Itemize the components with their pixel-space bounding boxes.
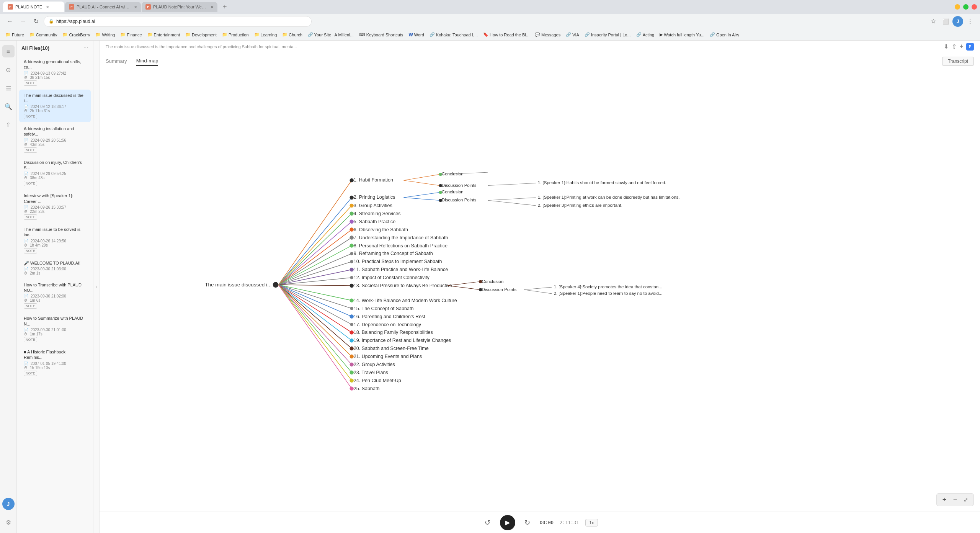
bookmark-messages[interactable]: 💬Messages [532, 31, 563, 38]
sidebar-icon-notes[interactable]: ☰ [2, 82, 15, 94]
bookmark-community[interactable]: 📁Community [27, 31, 60, 38]
extensions-button[interactable]: ⬜ [940, 16, 951, 27]
tab-favicon-2: P [69, 4, 74, 10]
bookmark-production[interactable]: 📁Production [220, 31, 251, 38]
file-item-4[interactable]: Discussion on injury, Children's S... 📄2… [19, 157, 91, 190]
tab-title-1: PLAUD NOTE [15, 5, 42, 9]
file-item-9[interactable]: How to Summarize with PLAUD N... 📄2023-0… [19, 312, 91, 345]
address-text: https://app.plaud.ai [56, 19, 95, 24]
tab-plaud-note[interactable]: P PLAUD NOTE ✕ [3, 2, 64, 12]
svg-point-4 [350, 178, 353, 182]
bookmark-crackberry[interactable]: 📁CrackBerry [60, 31, 92, 38]
bookmark-star-button[interactable]: ☆ [928, 16, 939, 27]
svg-point-105 [350, 386, 353, 390]
rewind-button[interactable]: ↺ [482, 517, 494, 529]
bookmark-kohaku[interactable]: 🔗Kohaku: Touchpad L... [427, 31, 480, 38]
file-item-2[interactable]: The main issue discussed is the i... 📄20… [19, 90, 91, 123]
share-icon[interactable]: ⇧ [952, 43, 957, 51]
zoom-in-button[interactable]: + [940, 495, 949, 504]
expand-button[interactable]: ⤢ [961, 495, 970, 504]
bookmark-airy[interactable]: 🔗Open in Airy [707, 31, 742, 38]
svg-text:13. Societal Pressure to Alway: 13. Societal Pressure to Always Be Produ… [354, 283, 452, 288]
bookmark-your-site[interactable]: 🔗Your Site · A Milleni... [305, 31, 356, 38]
svg-text:25. Sabbath: 25. Sabbath [354, 386, 380, 391]
file-item-7[interactable]: 🎤 WELCOME TO PLAUD.AI! 📄2023-09-30 21:03… [19, 257, 91, 278]
menu-button[interactable]: ⋮ [965, 16, 975, 27]
sidebar-icon-share[interactable]: ⇧ [2, 119, 15, 131]
forward-button[interactable]: ↻ [521, 517, 534, 529]
sidebar-icon-search[interactable]: 🔍 [2, 100, 15, 113]
download-button[interactable]: ⬇ [944, 43, 949, 51]
collapse-sidebar-button[interactable]: ‹ [93, 41, 100, 533]
bookmark-insperity[interactable]: 🔗Insperity Portal | Lo... [582, 31, 633, 38]
transcript-button[interactable]: Transcript [942, 57, 974, 66]
svg-line-30 [278, 214, 351, 285]
bookmark-via[interactable]: 🔗VIA [564, 31, 581, 38]
back-button[interactable]: ← [5, 16, 15, 27]
svg-text:11. Sabbath Practice and Work-: 11. Sabbath Practice and Work-Life Balan… [354, 267, 448, 272]
svg-point-90 [350, 347, 353, 350]
svg-point-65 [479, 288, 482, 291]
bookmark-church[interactable]: 📁Church [280, 31, 304, 38]
svg-line-63 [448, 286, 480, 289]
svg-line-66 [524, 287, 552, 289]
file-item-3[interactable]: Addressing installation and safety... 📄2… [19, 123, 91, 156]
bookmark-acting[interactable]: 🔗Acting [634, 31, 657, 38]
svg-line-5 [404, 174, 440, 180]
svg-point-16 [350, 196, 353, 199]
svg-text:1. [Speaker 1]:Habits should b: 1. [Speaker 1]:Habits should be formed s… [538, 180, 666, 185]
sidebar-more-icon[interactable]: ··· [83, 44, 88, 51]
tab-close-1[interactable]: ✕ [46, 5, 49, 9]
file-title-3: Addressing installation and safety... [24, 126, 86, 137]
user-avatar[interactable]: J [2, 498, 15, 510]
bookmark-word[interactable]: WWord [406, 31, 426, 38]
tab-plaud-ai[interactable]: P PLAUD.AI - Connect AI with Real... ✕ [65, 2, 141, 12]
bookmark-learning[interactable]: 📁Learning [252, 31, 279, 38]
tab-summary[interactable]: Summary [106, 57, 127, 65]
file-item-6[interactable]: The main issue to be solved is inc... 📄2… [19, 224, 91, 257]
file-title-7: 🎤 WELCOME TO PLAUD.AI! [24, 260, 86, 266]
bookmark-entertainment[interactable]: 📁Entertainment [145, 31, 182, 38]
profile-button[interactable]: J [952, 16, 963, 27]
zoom-out-button[interactable]: − [951, 495, 960, 504]
file-item-8[interactable]: How to Transcribe with PLAUD NO... 📄2023… [19, 279, 91, 312]
address-bar[interactable]: 🔒 https://app.plaud.ai [44, 16, 312, 27]
new-tab-button[interactable]: + [220, 2, 230, 12]
svg-line-88 [278, 285, 351, 348]
bookmark-watch[interactable]: ▶Watch full length Yu... [657, 31, 707, 38]
tab-close-3[interactable]: ✕ [211, 5, 214, 9]
speed-button[interactable]: 1x [585, 519, 598, 526]
maximize-button[interactable] [963, 4, 969, 10]
svg-text:2. [Speaker 1]:People need to : 2. [Speaker 1]:People need to learn to s… [554, 291, 663, 296]
add-icon[interactable]: + [960, 43, 963, 51]
sidebar-icon-record[interactable]: ⊙ [2, 64, 15, 76]
svg-text:Discussion Points: Discussion Points [482, 287, 516, 292]
svg-point-96 [350, 363, 353, 366]
file-item-5[interactable]: Interview with [Speaker 1]: Career ... 📄… [19, 190, 91, 223]
sidebar-icon-files[interactable]: ≡ [2, 45, 15, 57]
plaud-icon[interactable]: P [966, 43, 974, 51]
close-button[interactable] [972, 4, 977, 10]
bookmark-future[interactable]: 📁Future [3, 31, 26, 38]
bookmark-finance[interactable]: 📁Finance [118, 31, 144, 38]
tab-plaud-notepin[interactable]: P PLAUD NotePIn: Your Wearable ... ✕ [142, 2, 217, 12]
svg-point-50 [350, 260, 353, 263]
sidebar-title: All Files(10) [21, 45, 49, 51]
file-item-1[interactable]: Addressing generational shifts, ca... 📄2… [19, 56, 91, 89]
svg-text:8. Personal Reflections on Sab: 8. Personal Reflections on Sabbath Pract… [354, 243, 448, 249]
svg-text:Discussion Points: Discussion Points [442, 183, 477, 188]
minimize-button[interactable] [955, 4, 960, 10]
settings-button[interactable]: ⚙ [2, 516, 15, 528]
svg-text:19. Importance of Rest and Lif: 19. Importance of Rest and Lifestyle Cha… [354, 338, 451, 343]
file-item-10[interactable]: ■ A Historic Flashback: Reminis... 📄2007… [19, 346, 91, 379]
bookmark-keyboard[interactable]: ⌨Keyboard Shortcuts [357, 31, 406, 38]
tab-close-2[interactable]: ✕ [134, 5, 137, 9]
bookmark-writing[interactable]: 📁Writing [93, 31, 117, 38]
tab-mindmap[interactable]: Mind-map [136, 56, 158, 66]
forward-button[interactable]: → [18, 16, 28, 27]
bookmark-development[interactable]: 📁Development [183, 31, 219, 38]
refresh-button[interactable]: ↻ [31, 16, 41, 27]
bookmark-bible[interactable]: 🔖How to Read the Bi... [481, 31, 532, 38]
play-button[interactable]: ▶ [500, 515, 515, 530]
svg-point-35 [350, 219, 353, 223]
